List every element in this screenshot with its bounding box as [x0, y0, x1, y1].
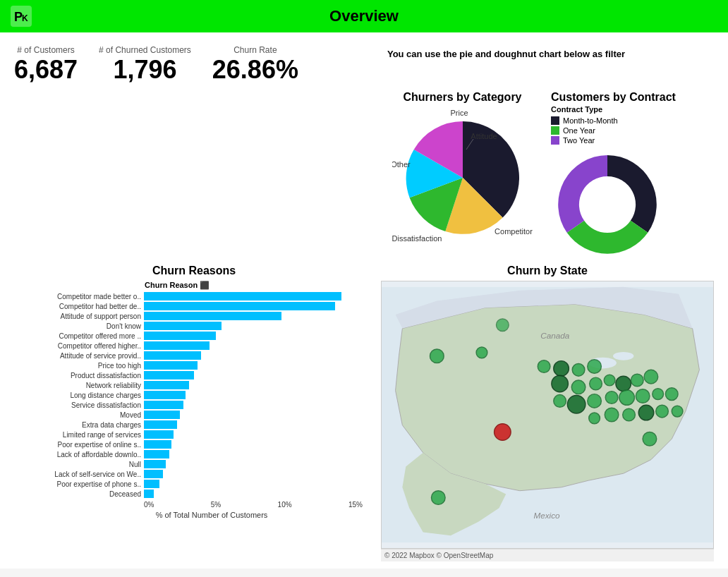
svg-text:Price: Price — [450, 109, 468, 117]
bar-fill — [144, 361, 198, 370]
bar-fill — [144, 411, 180, 419]
bar-fill — [144, 351, 201, 360]
churners-pie[interactable]: Attitude Price Other Dissatisfaction Com… — [392, 107, 533, 248]
churners-title: Churners by Category — [403, 91, 521, 104]
stats-row: # of Customers 6,687 # of Churned Custom… — [14, 40, 714, 87]
rate-label: Churn Rate — [233, 45, 277, 55]
bar-fill — [144, 292, 341, 300]
bar-label: Deceased — [14, 490, 141, 498]
svg-point-28 — [644, 370, 658, 384]
bar-row: Price too high — [14, 361, 374, 370]
svg-point-23 — [571, 380, 586, 394]
bar-label: Don't know — [14, 322, 141, 330]
bar-row: Product dissatisfaction — [14, 371, 374, 379]
churn-reasons-title: Churn Reasons — [14, 265, 374, 277]
bar-container — [144, 401, 374, 409]
x-axis-title: % of Total Number of Customers — [49, 511, 374, 519]
svg-point-19 — [554, 361, 569, 377]
bar-container — [144, 341, 374, 350]
bar-row: Competitor offered more .. — [14, 332, 374, 340]
bar-fill — [144, 430, 174, 439]
bar-label: Poor expertise of online s.. — [14, 441, 141, 449]
bar-container — [144, 440, 374, 449]
map-title: Churn by State — [381, 265, 714, 277]
bar-label: Null — [14, 461, 141, 468]
bar-fill — [144, 322, 222, 330]
bar-fill — [144, 420, 177, 429]
svg-point-32 — [605, 391, 618, 404]
bar-container — [144, 302, 374, 310]
bar-container — [144, 381, 374, 389]
svg-point-46 — [497, 319, 509, 332]
rate-value: 26.86% — [212, 55, 298, 85]
svg-point-35 — [653, 389, 664, 400]
kpi-customers: # of Customers 6,687 — [14, 45, 78, 85]
bar-row: Moved — [14, 411, 374, 419]
bar-row: Limited range of services — [14, 430, 374, 439]
bar-row: Deceased — [14, 490, 374, 498]
bar-fill — [144, 371, 194, 379]
bar-label: Competitor had better de.. — [14, 303, 141, 310]
svg-point-43 — [495, 424, 511, 441]
bars-container: Competitor made better o..Competitor had… — [14, 292, 374, 498]
svg-point-34 — [636, 389, 650, 403]
legend-twoyear-label: Two Year — [563, 136, 595, 145]
svg-text:K: K — [22, 13, 28, 23]
svg-point-21 — [588, 360, 602, 374]
svg-text:Canada: Canada — [540, 331, 570, 340]
svg-point-45 — [432, 491, 446, 505]
bar-fill — [144, 460, 166, 468]
bar-container — [144, 292, 374, 300]
churned-value: 1,796 — [113, 55, 176, 85]
contract-donut[interactable] — [551, 148, 664, 261]
bar-container — [144, 490, 374, 498]
bar-label: Price too high — [14, 362, 141, 370]
bar-fill — [144, 312, 281, 320]
bar-row: Lack of affordable downlo.. — [14, 450, 374, 458]
bar-fill — [144, 450, 169, 458]
charts-row: Churners by Category Attitude Price — [14, 91, 714, 261]
main-content: # of Customers 6,687 # of Churned Custom… — [0, 32, 728, 569]
bar-label: Lack of affordable downlo.. — [14, 451, 141, 458]
bar-row: Attitude of service provid.. — [14, 351, 374, 360]
kpi-rate: Churn Rate 26.86% — [212, 45, 298, 85]
bar-fill — [144, 480, 159, 488]
bar-row: Service dissatisfaction — [14, 401, 374, 409]
page-title: Overview — [329, 7, 399, 25]
customers-value: 6,687 — [14, 55, 78, 85]
bar-row: Competitor made better o.. — [14, 292, 374, 300]
svg-point-15 — [613, 352, 633, 360]
legend-oneyear-label: One Year — [563, 126, 595, 135]
svg-point-22 — [552, 375, 569, 392]
legend-oneyear-color — [551, 126, 559, 135]
bar-container — [144, 430, 374, 439]
svg-point-37 — [589, 413, 600, 424]
bar-row: Long distance charges — [14, 391, 374, 399]
map-svg: Canada Mexico — [382, 281, 713, 548]
svg-point-26 — [616, 376, 631, 391]
map-credit: © 2022 Mapbox © OpenStreetMap — [381, 549, 714, 561]
bar-container — [144, 480, 374, 488]
svg-text:Attitude: Attitude — [471, 132, 497, 140]
bar-fill — [144, 490, 154, 498]
bar-container — [144, 470, 374, 478]
bar-label: Lack of self-service on We.. — [14, 470, 141, 478]
bar-row: Network reliability — [14, 381, 374, 389]
reasons-header-label: Churn Reason ⬛ — [145, 281, 210, 290]
bar-container — [144, 361, 374, 370]
svg-point-20 — [572, 364, 585, 377]
kpi-section: # of Customers 6,687 # of Churned Custom… — [14, 45, 298, 85]
svg-point-33 — [619, 390, 635, 406]
bar-label: Service dissatisfaction — [14, 401, 141, 409]
bar-label: Moved — [14, 411, 141, 419]
bar-row: Poor expertise of online s.. — [14, 440, 374, 449]
svg-point-16 — [430, 349, 444, 363]
legend-month-color — [551, 116, 559, 125]
svg-point-41 — [656, 405, 669, 418]
contract-title: Customers by Contract — [551, 91, 676, 104]
svg-text:Mexico: Mexico — [533, 511, 560, 520]
map-container[interactable]: Canada Mexico — [381, 281, 714, 549]
bar-container — [144, 420, 374, 429]
svg-text:Dissatisfaction: Dissatisfaction — [392, 234, 442, 243]
bar-container — [144, 460, 374, 468]
